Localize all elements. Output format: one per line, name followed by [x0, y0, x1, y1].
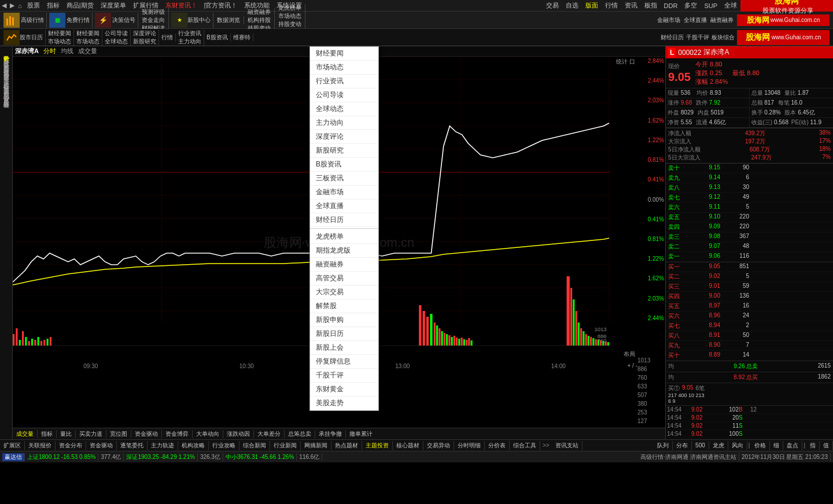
sidebar-dongcai[interactable]: 东财逻辑 — [2, 67, 10, 72]
menu-gold[interactable]: 东财黄金 — [310, 383, 378, 396]
nav-official[interactable]: |官方资讯！ — [201, 1, 241, 10]
sidebar-tonghua[interactable]: 新同花顺 — [2, 86, 10, 90]
menu-unlock[interactable]: 解禁股 — [310, 299, 378, 313]
menu-global-live[interactable]: 全球直播 — [310, 199, 378, 213]
btn-theme-invest[interactable]: 主题投资 — [362, 441, 393, 450]
global-r[interactable]: 全球直播 — [684, 16, 707, 24]
menu-sanban[interactable]: 三板资讯 — [310, 172, 378, 186]
btn-web-news[interactable]: 网摘新闻 — [301, 441, 331, 450]
global-dyn[interactable]: 全球动态 — [105, 38, 128, 46]
btn-price2[interactable]: 价格 — [751, 441, 770, 450]
btn-price-table[interactable]: 分价表 — [485, 441, 510, 450]
btn-extend[interactable]: 扩展区 — [0, 441, 25, 450]
btn-trade-abnormal[interactable]: 交易异动 — [423, 441, 454, 450]
chart-tab-fenshi[interactable]: 分时 — [43, 47, 56, 55]
hold-chg2-label[interactable]: 持股变动 — [278, 20, 301, 28]
free-market-btn[interactable]: ▦ — [49, 13, 65, 28]
industry-news[interactable]: 行业资讯 — [178, 29, 201, 38]
btn-main-track[interactable]: 主力轨迹 — [148, 441, 178, 450]
menu-dragon[interactable]: 龙虎榜单 — [310, 230, 378, 244]
sidebar-sina[interactable]: 新浪盈手 — [2, 81, 10, 86]
b-news[interactable]: B股资讯 — [207, 34, 228, 42]
nav-info[interactable]: 资讯 — [621, 1, 641, 10]
btn-idx[interactable]: 指 — [806, 441, 820, 450]
menu-block-trade[interactable]: 大宗交易 — [310, 286, 378, 299]
signal-btn[interactable]: ⚡ — [95, 13, 111, 28]
btn-per-order[interactable]: 逐笔委托 — [117, 441, 148, 450]
btn-ind-news[interactable]: 行业新闻 — [270, 441, 301, 450]
daily-chart-btn[interactable] — [3, 13, 20, 28]
nav-commodity[interactable]: 商品|期货 — [63, 1, 97, 10]
tab-game[interactable]: 资金博弈 — [162, 430, 193, 438]
inst-hold-label[interactable]: 机构持股 — [248, 16, 271, 24]
chart-tab-avg[interactable]: 均线 — [61, 47, 73, 55]
btn-fine[interactable]: 细 — [770, 441, 783, 450]
menu-ipo-sub[interactable]: 新股申购 — [310, 313, 378, 327]
sidebar-theme[interactable]: 核心题板 — [2, 76, 10, 81]
sidebar-weisai[interactable]: 新维赛特 — [2, 95, 10, 99]
menu-ipo-cal[interactable]: 新股日历 — [310, 327, 378, 341]
new-stock-res[interactable]: 新股研究 — [133, 38, 156, 46]
menu-depth[interactable]: 深度评论 — [310, 130, 378, 144]
finance-r[interactable]: 融资融券 — [710, 16, 734, 24]
menu-ipo-meeting[interactable]: 新股上会 — [310, 341, 378, 355]
nav-sup[interactable]: SUP — [701, 2, 721, 9]
predict-label[interactable]: 预测评级 — [142, 8, 165, 16]
tab-cancelsum[interactable]: 撤单累计 — [346, 430, 376, 438]
btn-industry-tactic[interactable]: 行业攻略 — [209, 441, 239, 450]
tab-bigorder[interactable]: 大单动向 — [193, 430, 223, 438]
nav-global[interactable]: 全球 — [721, 1, 740, 10]
nav-back[interactable]: ◀ — [0, 2, 8, 9]
chart-icon2[interactable] — [3, 30, 20, 45]
btn-inst-tactic[interactable]: 机构攻略 — [178, 441, 209, 450]
sidebar-technical[interactable]: 技术分析 — [2, 53, 10, 58]
sidebar-trader[interactable]: 操盘手 — [2, 72, 10, 76]
tab-cancel[interactable]: 承挂争撤 — [315, 430, 346, 438]
tab-ratio[interactable]: 量比 — [57, 430, 76, 438]
tab-rise[interactable]: 涨跌动因 — [223, 430, 254, 438]
sidebar-eastmoney[interactable]: 东方财富 — [2, 90, 10, 95]
nav-layout[interactable]: 版面 — [582, 1, 602, 10]
btn-related[interactable]: 关联报价 — [25, 441, 56, 450]
menu-main[interactable]: 主力动向 — [310, 116, 378, 130]
tab-index[interactable]: 指标 — [38, 430, 57, 438]
menu-finmarket[interactable]: 金融市场 — [310, 186, 378, 199]
menu-calendar[interactable]: 财经日历 — [310, 213, 378, 227]
fin-news[interactable]: 财经要闻 — [48, 29, 71, 38]
nav-market[interactable]: 行情 — [602, 1, 621, 10]
weisai[interactable]: 维赛特 — [233, 34, 250, 40]
tab-totalvol[interactable]: 总筹总卖 — [285, 430, 315, 438]
tab-bigdiff[interactable]: 大单差分 — [254, 430, 285, 438]
nav-fav[interactable]: 自选 — [562, 1, 582, 10]
board-comp-r[interactable]: 板块综合 — [712, 34, 735, 42]
menu-market[interactable]: 市场动态 — [310, 61, 378, 75]
btn-dragon2[interactable]: 龙虎 — [709, 441, 728, 450]
btn-capital-dist[interactable]: 资金分布 — [56, 441, 86, 450]
market-label[interactable]: 行情 — [161, 34, 173, 40]
main-move[interactable]: 主力动向 — [178, 38, 201, 46]
menu-usa[interactable]: 美股走势 — [310, 396, 378, 410]
btn-capital-drive[interactable]: 资金驱动 — [86, 441, 117, 450]
sidebar-basic[interactable]: 基本资料 — [2, 58, 10, 62]
nav-board-idx[interactable]: 板指 — [641, 1, 661, 10]
btn-queue[interactable]: 队列 — [654, 441, 673, 450]
nav-depth[interactable]: 深度菜单 — [97, 1, 130, 10]
menu-margin[interactable]: 融资融券 — [310, 258, 378, 272]
menu-newstock[interactable]: 新股研究 — [310, 144, 378, 158]
dragon-label[interactable]: 龙虎榜单 — [278, 4, 301, 12]
market-dyn-label[interactable]: 市场动态 — [278, 12, 301, 20]
btn-board[interactable]: 盘点 — [783, 441, 802, 450]
capital-trend-label[interactable]: 资金走向 — [142, 16, 165, 24]
menu-industry[interactable]: 行业资讯 — [310, 75, 378, 88]
menu-thousand[interactable]: 千股千评 — [310, 369, 378, 383]
btn-info-station[interactable]: 资讯支站 — [552, 441, 583, 450]
nav-index[interactable]: 指标 — [43, 1, 63, 10]
market-dyn2[interactable]: 市场动态 — [48, 38, 71, 46]
menu-exec-trade[interactable]: 高管交易 — [310, 272, 378, 286]
btn-val[interactable]: 值 — [820, 441, 833, 450]
nav-stock[interactable]: 股票 — [24, 1, 43, 10]
btn-hot-topic[interactable]: 热点题材 — [331, 441, 362, 450]
chart-tab-vol[interactable]: 成交量 — [78, 47, 97, 55]
fin-cal-r[interactable]: 财经日历 — [661, 34, 684, 42]
nav-multi[interactable]: 多空 — [681, 1, 701, 10]
